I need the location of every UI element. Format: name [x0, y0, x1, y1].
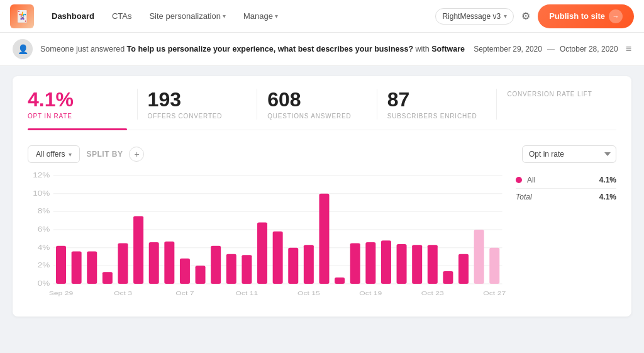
svg-rect-17 — [103, 272, 113, 284]
svg-rect-39 — [443, 271, 453, 284]
avatar: 👤 — [13, 39, 33, 59]
nav-item-ctas[interactable]: CTAs — [104, 8, 140, 25]
notif-mid: with — [413, 45, 431, 53]
notif-question: To help us personalize your experience, … — [127, 45, 413, 53]
svg-text:0%: 0% — [38, 280, 50, 288]
svg-text:12%: 12% — [33, 172, 50, 179]
svg-rect-35 — [381, 240, 391, 284]
svg-rect-25 — [226, 254, 236, 284]
svg-rect-19 — [133, 216, 143, 284]
nav-item-site-personalization[interactable]: Site personalization ▾ — [142, 8, 233, 25]
avatar-icon: 👤 — [18, 44, 28, 54]
nav-items: Dashboard CTAs Site personalization ▾ Ma… — [44, 8, 430, 25]
svg-rect-21 — [164, 242, 174, 284]
legend-total-label: Total — [516, 193, 599, 201]
stat-label: QUESTIONS ANSWERED — [267, 113, 367, 120]
legend-total: Total4.1% — [516, 193, 616, 201]
svg-rect-38 — [428, 245, 438, 284]
svg-rect-32 — [335, 277, 345, 284]
stat-item-1[interactable]: 193 OFFERS CONVERTED — [138, 89, 258, 120]
legend-item: All 4.1% — [516, 176, 616, 184]
logo-icon: 🃏 — [15, 9, 29, 23]
svg-text:Sep 29: Sep 29 — [49, 290, 74, 296]
svg-text:6%: 6% — [38, 226, 50, 233]
stat-label: OPT IN RATE — [28, 113, 127, 120]
app-logo[interactable]: 🃏 — [10, 4, 34, 28]
notif-prefix: Someone just answered — [40, 45, 127, 53]
svg-rect-14 — [56, 246, 66, 284]
date-separator: — — [547, 45, 555, 53]
svg-rect-40 — [458, 254, 469, 284]
svg-text:4%: 4% — [38, 244, 50, 252]
stat-label: CONVERSION RATE LIFT — [507, 91, 606, 98]
account-label: RightMessage v3 — [442, 12, 501, 21]
svg-rect-41 — [474, 230, 484, 284]
svg-text:Oct 19: Oct 19 — [359, 290, 382, 296]
legend-dot — [516, 177, 522, 183]
svg-rect-23 — [196, 266, 206, 284]
stat-item-0[interactable]: 4.1% OPT IN RATE — [28, 89, 138, 120]
split-by-label: SPLIT BY — [86, 150, 123, 159]
svg-rect-15 — [72, 252, 82, 284]
svg-rect-18 — [118, 244, 128, 284]
offers-filter-dropdown[interactable]: All offers ▾ — [28, 145, 80, 163]
settings-icon[interactable]: ⚙ — [521, 10, 530, 22]
stat-value: 608 — [267, 89, 367, 111]
chart-legend: All 4.1% Total4.1% — [516, 171, 616, 309]
svg-rect-22 — [180, 259, 190, 284]
svg-rect-16 — [87, 252, 97, 284]
svg-rect-20 — [149, 242, 159, 284]
stat-item-4[interactable]: CONVERSION RATE LIFT — [497, 89, 616, 120]
date-range: September 29, 2020 — October 28, 2020 — [474, 45, 618, 53]
legend-value: 4.1% — [599, 176, 616, 184]
navbar: 🃏 Dashboard CTAs Site personalization ▾ … — [0, 0, 644, 33]
stat-value: 87 — [387, 89, 487, 111]
chevron-down-icon: ▾ — [504, 13, 507, 20]
svg-text:Oct 23: Oct 23 — [421, 290, 444, 296]
active-underline — [28, 128, 127, 130]
nav-item-dashboard[interactable]: Dashboard — [44, 8, 102, 25]
notif-answer: Software — [431, 45, 465, 53]
chevron-down-icon: ▾ — [69, 151, 72, 158]
split-by-add-button[interactable]: + — [129, 147, 144, 162]
svg-text:Oct 3: Oct 3 — [114, 290, 132, 296]
svg-rect-28 — [273, 232, 283, 284]
svg-rect-36 — [397, 244, 407, 284]
svg-text:Oct 27: Oct 27 — [483, 290, 506, 296]
stat-label: OFFERS CONVERTED — [148, 113, 247, 120]
stats-row: 4.1% OPT IN RATE 193 OFFERS CONVERTED 60… — [28, 89, 616, 130]
stats-card: 4.1% OPT IN RATE 193 OFFERS CONVERTED 60… — [13, 76, 631, 317]
publish-button[interactable]: Publish to site → — [538, 4, 634, 28]
svg-text:10%: 10% — [33, 190, 50, 198]
svg-rect-34 — [365, 242, 375, 284]
stat-value: 193 — [148, 89, 247, 111]
offers-filter-label: All offers — [36, 150, 65, 159]
svg-rect-30 — [304, 245, 314, 284]
chart-area: 0%2%4%6%8%10%12%Sep 29Oct 3Oct 7Oct 11Oc… — [28, 171, 616, 317]
chart-controls: All offers ▾ SPLIT BY + Opt in rateOffer… — [28, 140, 616, 163]
account-selector[interactable]: RightMessage v3 ▾ — [435, 8, 514, 25]
svg-rect-37 — [412, 245, 422, 284]
date-start: September 29, 2020 — [474, 45, 542, 53]
stat-item-2[interactable]: 608 QUESTIONS ANSWERED — [257, 89, 377, 120]
chevron-down-icon: ▾ — [223, 13, 226, 20]
svg-rect-27 — [257, 223, 267, 284]
svg-text:Oct 15: Oct 15 — [297, 290, 320, 296]
svg-text:Oct 11: Oct 11 — [235, 290, 258, 296]
stat-label: SUBSCRIBERS ENRICHED — [387, 113, 487, 120]
arrow-icon: → — [609, 9, 623, 23]
svg-rect-26 — [242, 255, 252, 284]
nav-right: RightMessage v3 ▾ ⚙ Publish to site → — [435, 4, 634, 28]
metric-select[interactable]: Opt in rateOffers convertedQuestions ans… — [522, 145, 616, 163]
publish-label: Publish to site — [549, 11, 605, 21]
nav-item-manage[interactable]: Manage ▾ — [236, 8, 286, 25]
main-content: 4.1% OPT IN RATE 193 OFFERS CONVERTED 60… — [0, 66, 644, 327]
notification-bar: 👤 Someone just answered To help us perso… — [0, 33, 644, 66]
svg-rect-31 — [319, 194, 329, 284]
stat-value: 4.1% — [28, 89, 127, 111]
stat-item-3[interactable]: 87 SUBSCRIBERS ENRICHED — [377, 89, 497, 120]
svg-rect-29 — [288, 248, 298, 284]
menu-icon[interactable]: ≡ — [626, 43, 631, 55]
svg-text:Oct 7: Oct 7 — [175, 290, 194, 296]
bar-chart: 0%2%4%6%8%10%12%Sep 29Oct 3Oct 7Oct 11Oc… — [28, 171, 506, 309]
